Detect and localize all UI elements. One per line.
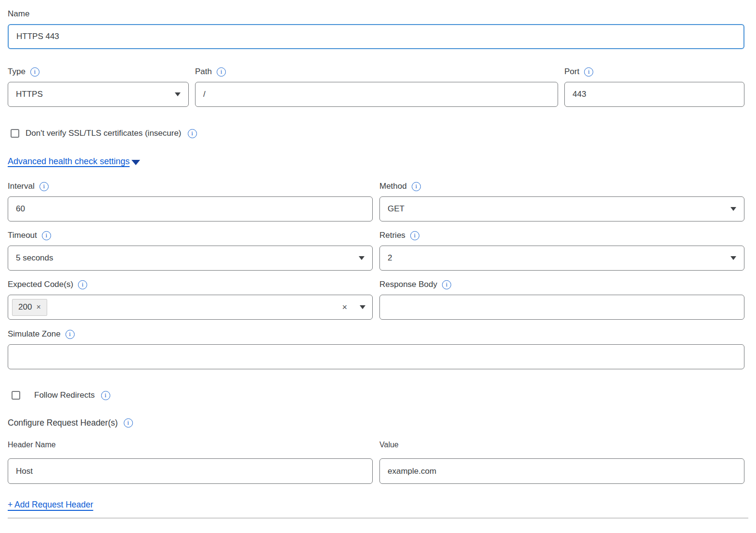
method-label: Method xyxy=(379,182,407,191)
interval-field: Interval i xyxy=(8,181,373,221)
advanced-settings-link[interactable]: Advanced health check settings xyxy=(8,156,140,167)
caret-down-icon xyxy=(131,160,140,165)
type-select-value: HTTPS xyxy=(16,90,170,99)
info-icon[interactable]: i xyxy=(410,231,419,240)
port-field: Port i xyxy=(564,66,744,107)
header-name-label: Header Name xyxy=(8,441,373,451)
chevron-down-icon xyxy=(360,305,365,309)
retries-select[interactable]: 2 xyxy=(379,246,744,271)
type-path-port-row: Type i HTTPS Path i Port i xyxy=(8,66,744,107)
simulate-zone-field: Simulate Zone i xyxy=(8,329,744,390)
expected-codes-field: Expected Code(s) i 200 × × xyxy=(8,279,373,320)
timeout-label: Timeout xyxy=(8,231,37,240)
retries-label: Retries xyxy=(379,231,405,240)
verify-ssl-label: Don't verify SSL/TLS certificates (insec… xyxy=(26,129,182,138)
response-body-label: Response Body xyxy=(379,280,437,289)
expected-code-tag-value: 200 xyxy=(18,302,32,312)
add-request-header-link[interactable]: + Add Request Header xyxy=(8,500,93,510)
timeout-field: Timeout i 5 seconds xyxy=(8,230,373,271)
configure-headers-section: Configure Request Header(s) i xyxy=(8,417,744,429)
health-check-form: Name Type i HTTPS Path i Port i xyxy=(0,0,756,519)
advanced-settings-link-label: Advanced health check settings xyxy=(8,156,130,167)
type-label: Type xyxy=(8,67,26,77)
simulate-zone-input[interactable] xyxy=(8,344,744,369)
header-name-input[interactable] xyxy=(8,458,373,484)
type-select[interactable]: HTTPS xyxy=(8,82,189,107)
request-header-row: Header Name Value xyxy=(8,441,744,484)
expected-codes-label: Expected Code(s) xyxy=(8,280,73,289)
chevron-down-icon xyxy=(730,207,736,211)
follow-redirects-label: Follow Redirects xyxy=(34,390,95,400)
codes-body-row: Expected Code(s) i 200 × × Response Body… xyxy=(8,279,744,320)
name-input[interactable] xyxy=(8,24,744,49)
method-select-value: GET xyxy=(388,204,726,214)
info-icon[interactable]: i xyxy=(442,280,451,289)
interval-input[interactable] xyxy=(8,196,373,221)
type-field: Type i HTTPS xyxy=(8,66,189,107)
timeout-select-value: 5 seconds xyxy=(16,253,354,263)
path-field: Path i xyxy=(195,66,558,107)
chevron-down-icon xyxy=(730,256,736,260)
name-label-row: Name xyxy=(8,9,744,19)
method-field: Method i GET xyxy=(379,181,744,221)
port-label: Port xyxy=(564,67,579,77)
path-input[interactable] xyxy=(195,82,558,107)
simulate-zone-label: Simulate Zone xyxy=(8,329,61,339)
remove-tag-icon[interactable]: × xyxy=(36,303,40,312)
info-icon[interactable]: i xyxy=(584,67,593,77)
response-body-field: Response Body i xyxy=(379,279,744,320)
port-input[interactable] xyxy=(564,82,744,107)
expected-codes-select[interactable]: 200 × × xyxy=(8,295,373,320)
clear-all-icon[interactable]: × xyxy=(342,302,347,312)
interval-method-row: Interval i Method i GET xyxy=(8,181,744,221)
configure-headers-label: Configure Request Header(s) xyxy=(8,418,118,428)
info-icon[interactable]: i xyxy=(39,182,49,191)
info-icon[interactable]: i xyxy=(412,182,421,191)
follow-redirects-row: Follow Redirects i xyxy=(12,390,744,401)
timeout-retries-row: Timeout i 5 seconds Retries i 2 xyxy=(8,230,744,271)
retries-select-value: 2 xyxy=(388,253,726,263)
verify-ssl-row: Don't verify SSL/TLS certificates (insec… xyxy=(11,128,744,139)
info-icon[interactable]: i xyxy=(188,129,197,138)
chevron-down-icon xyxy=(359,256,365,260)
response-body-input[interactable] xyxy=(379,295,744,320)
path-label: Path xyxy=(195,67,212,77)
header-value-input[interactable] xyxy=(379,458,744,484)
header-value-field: Value xyxy=(379,441,744,484)
info-icon[interactable]: i xyxy=(42,231,51,240)
info-icon[interactable]: i xyxy=(78,280,87,289)
info-icon[interactable]: i xyxy=(30,67,39,77)
info-icon[interactable]: i xyxy=(124,418,133,428)
expected-code-tag: 200 × xyxy=(12,299,47,316)
interval-label: Interval xyxy=(8,182,35,191)
name-label: Name xyxy=(8,9,29,19)
info-icon[interactable]: i xyxy=(217,67,226,77)
info-icon[interactable]: i xyxy=(65,330,75,339)
section-divider xyxy=(8,518,748,519)
follow-redirects-checkbox[interactable] xyxy=(12,391,20,400)
header-value-label: Value xyxy=(379,441,744,451)
method-select[interactable]: GET xyxy=(379,196,744,221)
verify-ssl-checkbox[interactable] xyxy=(11,129,19,138)
info-icon[interactable]: i xyxy=(101,391,110,400)
retries-field: Retries i 2 xyxy=(379,230,744,271)
header-name-field: Header Name xyxy=(8,441,373,484)
timeout-select[interactable]: 5 seconds xyxy=(8,246,373,271)
chevron-down-icon xyxy=(175,92,181,96)
